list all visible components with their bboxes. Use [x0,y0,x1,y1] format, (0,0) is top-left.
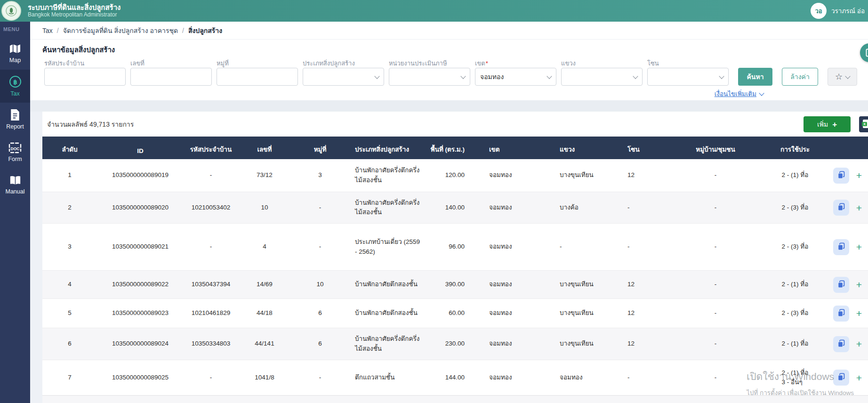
copy-icon [837,242,846,252]
field-label: แขวง [561,58,643,68]
cell-building_type: ตึกแถวสามชั้น [349,360,425,395]
copy-row-button[interactable] [833,306,849,322]
field-label: เลขที่ [130,58,212,68]
search-button[interactable]: ค้นหา [738,68,772,86]
sidebar-item-map[interactable]: Map [0,37,30,70]
column-header-subdistrict: แขวง [547,137,621,159]
expand-row-button[interactable]: + [856,373,862,383]
cell-usage: 2 - (1) ที่อ [758,159,832,192]
cell-actions-copy [832,159,850,192]
sidebar-item-report[interactable]: Report [0,103,30,136]
column-header-seq: ลำดับ [42,137,97,159]
assess_unit-select[interactable] [389,68,470,86]
report-icon [9,109,21,121]
breadcrumb-item-manage[interactable]: จัดการข้อมูลที่ดิน สิ่งปลูกสร้าง อาคารชุ… [63,25,178,36]
breadcrumb-item-tax[interactable]: Tax [42,27,53,34]
cell-usage: 2 - (1) ที่อ 3 - อื่นๆ [758,360,832,395]
cell-village: - [673,271,758,298]
table-row: 71035000000089025-1041/8-ตึกแถวสามชั้น14… [42,360,868,395]
copy-row-button[interactable] [833,370,849,386]
subdistrict-select[interactable] [561,68,643,86]
user-menu[interactable]: วอ วราภรณ์ อ่อ [811,0,868,22]
cell-moo: 10 [291,271,349,298]
expand-row-button[interactable]: + [856,170,862,180]
favorite-filter-button[interactable]: ☆ [828,68,857,86]
cell-actions-add: + [850,271,868,298]
table-row: 510350000000890231021046182944/186บ้านพั… [42,299,868,328]
cell-actions-copy [832,271,850,298]
cell-address_no: 14/69 [238,271,291,298]
building_type-select[interactable] [303,68,384,86]
cell-address_no: 1041/8 [238,360,291,395]
cell-house_code: - [184,224,238,270]
cell-building_type: บ้านพักอาศัยครึ่งตึกครึ่งไม้สองชั้น [349,192,425,223]
cell-moo: 6 [291,328,349,360]
cell-id: 1035000000089020 [97,192,184,223]
cell-district: จอมทอง [469,328,547,360]
address_no-input[interactable] [130,68,212,86]
cell-zone: - [621,192,673,223]
sidebar-item-label: Manual [6,188,25,195]
moo-input[interactable] [217,68,298,86]
expand-row-button[interactable]: + [856,203,862,213]
district-select[interactable]: จอมทอง [475,68,556,86]
search-field-assess_unit: หน่วยงานประเมินภาษี [389,58,470,86]
cell-building_type: ประเภทบ้านเดี่ยว (2559 - 2562) [349,224,425,270]
cell-actions-add: + [850,299,868,328]
chevron-down-icon [845,73,850,79]
avatar[interactable]: วอ [811,3,827,19]
chevron-down-icon [719,73,724,79]
zone-select[interactable] [647,68,729,86]
cell-subdistrict: จอมทอง [547,360,621,395]
cell-id: 1035000000089023 [97,299,184,328]
cell-seq: 3 [42,224,97,270]
copy-row-button[interactable] [833,239,849,255]
cell-building_type: บ้านพักอาศัยครึ่งตึกครึ่งไม้สองชั้น [349,328,425,360]
clear-button[interactable]: ล้างค่า [782,68,818,86]
cell-house_code: - [184,360,238,395]
copy-row-button[interactable] [833,200,849,216]
chevron-down-icon [460,73,466,79]
column-header-zone: โซน [621,137,673,159]
expand-row-button[interactable]: + [856,280,862,290]
breadcrumb: Tax / จัดการข้อมูลที่ดิน สิ่งปลูกสร้าง อ… [30,22,868,40]
sidebar-item-label: Form [8,156,22,162]
cell-subdistrict: บางค้อ [547,192,621,223]
cell-address_no: 10 [238,192,291,223]
cell-district: จอมทอง [469,159,547,192]
cell-usage: 2 - (1) ที่อ [758,328,832,360]
copy-row-button[interactable] [833,277,849,293]
house_code-input[interactable] [44,68,126,86]
sidebar-item-tax[interactable]: ฿Tax [0,70,30,103]
cell-id: 1035000000089019 [97,159,184,192]
table-row: 11035000000089019-73/123บ้านพักอาศัยครึ่… [42,159,868,192]
copy-icon [837,372,846,383]
copy-icon [837,202,846,213]
table-row: 610350000000890241035033480344/1416บ้านพ… [42,328,868,360]
cell-village: - [673,360,758,395]
sidebar-item-form[interactable]: DOCForm [0,136,30,169]
cell-usage: 2 - (3) ที่อ [758,224,832,270]
cell-moo: 3 [291,159,349,192]
copy-row-button[interactable] [833,168,849,184]
more-conditions-link[interactable]: เงื่อนไขเพิ่มเติม [679,89,764,99]
sidebar-item-manual[interactable]: Manual [0,169,30,202]
cell-id: 1035000000089021 [97,224,184,270]
field-label: โซน [647,58,729,68]
copy-row-button[interactable] [833,336,849,352]
tax-baht-icon: ฿ [9,75,22,88]
cell-usage: 2 - (3) ที่อ [758,192,832,223]
cell-building_type: บ้านพักอาศัยตึกสองชั้น [349,299,425,328]
column-header-address_no: เลขที่ [238,137,291,159]
expand-row-button[interactable]: + [856,242,862,252]
excel-export-button[interactable]: X [859,116,868,132]
cell-zone: 12 [621,328,673,360]
expand-row-button[interactable]: + [856,339,862,349]
app-root: ระบบภาษีที่ดินและสิ่งปลูกสร้าง Bangkok M… [0,0,868,403]
add-button[interactable]: เพิ่ม + [804,116,851,132]
sidebar-item-label: Map [9,57,21,64]
search-fields: รหัสประจำบ้านเลขที่หมู่ที่ประเภทสิ่งปลูก… [44,58,729,86]
cell-seq: 7 [42,360,97,395]
cell-moo: 6 [291,299,349,328]
expand-row-button[interactable]: + [856,308,862,318]
